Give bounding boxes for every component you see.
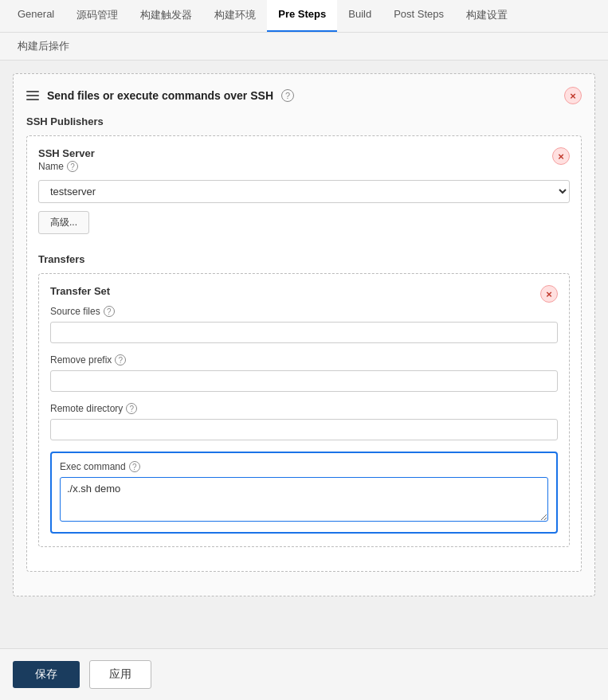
source-files-input[interactable] [50,322,558,343]
tab-env[interactable]: 构建环境 [203,0,267,32]
ssh-server-name-label: Name ? [38,161,95,172]
transfer-set-close-button[interactable]: × [540,285,558,303]
ssh-server-label: SSH Server [38,147,95,159]
exec-command-label: Exec command ? [60,461,548,472]
transfers-section: Transfers Transfer Set × Source files ? [38,253,570,547]
remove-prefix-input[interactable] [50,370,558,392]
ssh-server-title-group: SSH Server Name ? [38,147,95,177]
remote-directory-label: Remote directory ? [50,403,558,414]
card-title: Send files or execute commands over SSH [47,89,273,102]
drag-handle-icon[interactable] [26,91,39,100]
transfer-set-card-header: Transfer Set × [50,285,558,303]
ssh-server-name-help-icon[interactable]: ? [67,161,78,172]
exec-command-help-icon[interactable]: ? [129,461,140,472]
transfer-set-card: Transfer Set × Source files ? [38,273,570,547]
card-title-help-icon[interactable]: ? [281,89,294,102]
source-files-group: Source files ? [50,306,558,343]
tab-general[interactable]: General [6,0,65,32]
exec-command-section: Exec command ? ./x.sh demo [50,452,558,534]
source-files-help-icon[interactable]: ? [104,306,115,317]
tab-bar-row2: 构建后操作 [0,33,608,61]
tab-triggers[interactable]: 构建触发器 [129,0,203,32]
ssh-server-close-button[interactable]: × [552,147,570,165]
remote-directory-help-icon[interactable]: ? [126,403,137,414]
apply-button[interactable]: 应用 [89,660,151,689]
remove-prefix-group: Remove prefix ? [50,354,558,392]
tab-build[interactable]: Build [337,0,382,32]
card-header-left: Send files or execute commands over SSH … [26,89,294,102]
card-close-button[interactable]: × [564,87,582,104]
remove-prefix-help-icon[interactable]: ? [115,354,126,366]
transfers-label: Transfers [38,253,570,265]
advanced-button[interactable]: 高级... [38,211,89,234]
save-button[interactable]: 保存 [13,661,80,688]
remote-directory-input[interactable] [50,419,558,440]
tab-source[interactable]: 源码管理 [65,0,129,32]
action-bar: 保存 应用 [0,648,608,700]
tab-poststeps[interactable]: Post Steps [382,0,455,32]
ssh-server-select[interactable]: testserver [38,180,570,203]
remote-directory-group: Remote directory ? [50,403,558,440]
tab-presteps[interactable]: Pre Steps [267,0,337,32]
ssh-server-card: SSH Server Name ? × testserver 高级... Tra… [26,135,582,572]
ssh-card: Send files or execute commands over SSH … [13,73,595,596]
tab-postbuild[interactable]: 构建后操作 [6,33,80,60]
tab-bar-row1: General 源码管理 构建触发器 构建环境 Pre Steps Build … [0,0,608,33]
source-files-label: Source files ? [50,306,558,317]
ssh-publishers-label: SSH Publishers [26,115,582,127]
remove-prefix-label: Remove prefix ? [50,354,558,366]
main-content: Send files or execute commands over SSH … [0,61,608,682]
tab-buildsettings[interactable]: 构建设置 [455,0,519,32]
card-header: Send files or execute commands over SSH … [26,87,582,104]
exec-command-textarea[interactable]: ./x.sh demo [60,477,548,522]
transfer-set-label: Transfer Set [50,285,110,297]
ssh-server-card-header: SSH Server Name ? × [38,147,570,177]
